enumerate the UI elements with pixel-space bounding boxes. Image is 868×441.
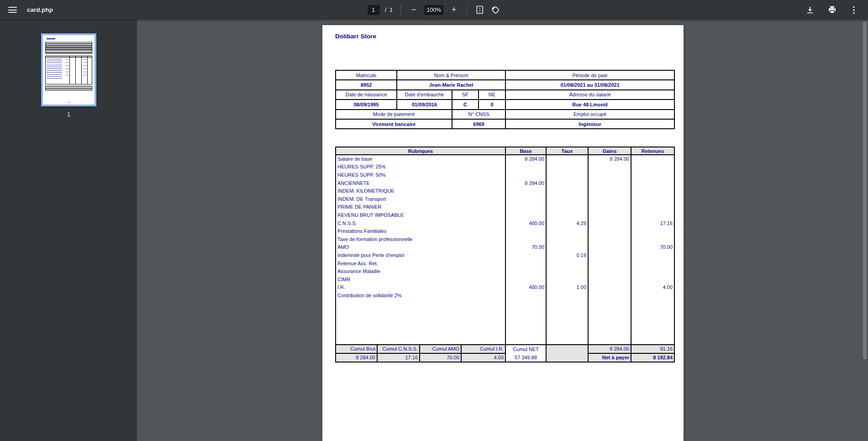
thumb-footer-rows (45, 86, 92, 90)
cumul-amo-value: 70.00 (420, 353, 461, 362)
rubrique-label: ANCIENNETE (336, 179, 505, 187)
page-number-input[interactable] (368, 5, 379, 15)
table-row: ANCIENNETE 8 284.00 (336, 179, 674, 187)
retenues-value: 70.00 (631, 243, 674, 252)
cumul-cnss-label: Cumul C.N.S.S. (377, 345, 420, 353)
cumul-retenues-value: 91.16 (631, 345, 674, 353)
gains-value (588, 243, 631, 252)
retenues-value (631, 155, 674, 163)
taux-value (546, 211, 588, 219)
taux-value (546, 235, 588, 243)
rubrique-label: INDEM. KILOMETRIQUE (336, 187, 505, 195)
zoom-in-button[interactable]: + (449, 5, 459, 16)
table-row: Salaire de base 8 284.00 8 284.00 (336, 155, 674, 163)
cumul-ir-value: 4.00 (461, 353, 505, 362)
table-row: Mode de paiement N° CNSS Emploi occupé (336, 110, 674, 119)
table-row: Matricule Nom & Prénom Période de paie (336, 70, 674, 80)
retenues-value (631, 163, 674, 171)
zoom-level-display[interactable]: 100% (424, 5, 443, 15)
rotate-icon[interactable] (490, 5, 500, 16)
rubrique-label: HEURES SUPP. 50% (336, 171, 505, 179)
taux-value (546, 195, 588, 203)
table-row: Prestations Familiales (336, 227, 674, 235)
zoom-out-button[interactable]: − (409, 5, 419, 16)
rubrique-label: Taxe de formation professionnelle (336, 235, 505, 243)
vertical-scrollbar[interactable] (863, 21, 867, 359)
toolbar-right (805, 5, 868, 16)
taux-value: 1.00 (546, 284, 588, 292)
retenues-value (631, 267, 674, 275)
rubrique-label: Contribution de solidarité 2% (336, 291, 505, 299)
base-value (505, 235, 546, 243)
col-header-gains: Gains (588, 147, 631, 155)
base-value (505, 187, 546, 195)
table-row: Indemnité pour Perte d'emploi 0.19 (336, 251, 674, 259)
table-row: Virement bancaire 6969 Ingénieur (336, 119, 674, 129)
col-header-rubriques: Rubriques (336, 147, 505, 155)
cumul-gains-value: 8 284.00 (588, 345, 631, 353)
gains-value (588, 227, 631, 235)
table-row: CIMR (336, 275, 674, 284)
net-a-payer-value: 8 192.84 (631, 353, 674, 362)
rubrique-label: C.N.S.S. (336, 219, 505, 227)
rubrique-label: INDEM. DE Transport (336, 195, 505, 203)
gains-value (588, 275, 631, 284)
taux-value: 0.19 (546, 251, 588, 259)
table-row: HEURES SUPP. 50% (336, 171, 674, 179)
base-value (505, 211, 546, 219)
cumul-ir-label: Cumul I.R. (461, 345, 505, 353)
col-header-base: Base (505, 147, 546, 155)
base-value: 8 284.00 (505, 155, 546, 163)
table-row: Date de naissance Date d'embauche SF NE … (336, 90, 674, 100)
taux-value (546, 243, 588, 252)
taux-value (546, 155, 588, 163)
filler-row (336, 299, 674, 345)
kebab-menu-icon[interactable] (849, 5, 859, 16)
taux-value (546, 203, 588, 211)
base-value (505, 251, 546, 259)
taux-value (546, 179, 588, 187)
base-value (505, 291, 546, 299)
print-icon[interactable] (827, 5, 837, 16)
taux-value (546, 291, 588, 299)
table-row: HEURES SUPP. 25% (336, 163, 674, 171)
retenues-value (631, 171, 674, 179)
col-header-taux: Taux (546, 147, 588, 155)
gains-value (588, 284, 631, 292)
document-title: card.php (27, 6, 53, 13)
base-value (505, 227, 546, 235)
toolbar-left: card.php (0, 6, 53, 13)
cumul-taux-empty-cell (546, 345, 588, 362)
table-row: Assurance Maladie (336, 267, 674, 275)
page-thumbnail[interactable] (41, 33, 96, 106)
taux-value (546, 267, 588, 275)
table-row: Contribution de solidarité 2% (336, 291, 674, 299)
base-value (505, 275, 546, 284)
table-row: INDEM. DE Transport (336, 195, 674, 203)
cumul-net-value: 57 349.88 (506, 353, 546, 362)
cumul-cnss-value: 17.16 (377, 353, 420, 362)
retenues-value (631, 291, 674, 299)
toolbar-center: / 1 − 100% + (368, 5, 500, 16)
taux-value (546, 275, 588, 284)
rubrique-label: AMO (336, 243, 505, 252)
hamburger-icon[interactable] (8, 7, 17, 13)
base-value (505, 267, 546, 275)
gains-value (588, 267, 631, 275)
rubrique-label: Prestations Familiales (336, 227, 505, 235)
rubrique-label: CIMR (336, 275, 505, 284)
table-row: Retenue Ass. Ret. (336, 259, 674, 268)
taux-value (546, 171, 588, 179)
rubrique-label: Retenue Ass. Ret. (336, 259, 505, 268)
download-icon[interactable] (805, 5, 815, 16)
taux-value (546, 187, 588, 195)
gains-value (588, 203, 631, 211)
rubrique-label: REVENU BRUT IMPOSABLE (336, 211, 505, 219)
base-value (505, 259, 546, 268)
fit-to-page-icon[interactable] (475, 5, 485, 16)
base-value (505, 171, 546, 179)
pdf-content-area[interactable]: Dolibarr Store Matricule Nom & Prénom Pé… (137, 20, 868, 441)
retenues-value (631, 211, 674, 219)
gains-value (588, 235, 631, 243)
retenues-value: 4.00 (631, 284, 674, 292)
